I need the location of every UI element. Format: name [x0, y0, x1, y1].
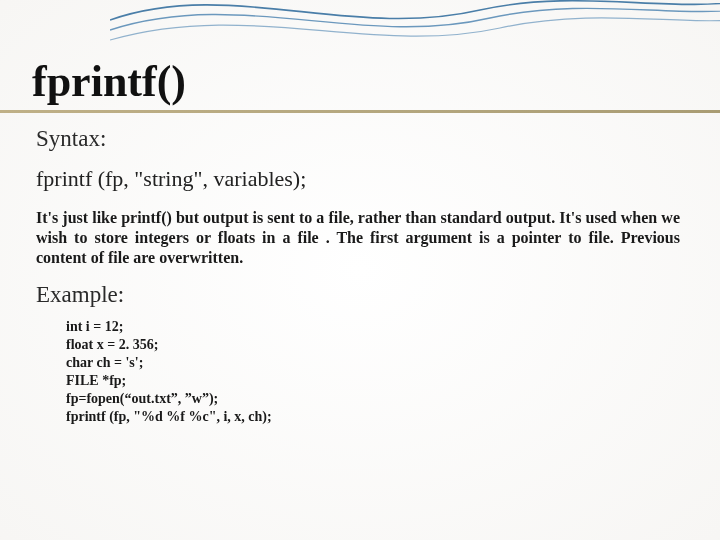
syntax-label: Syntax: — [36, 126, 680, 152]
function-signature: fprintf (fp, "string", variables); — [36, 166, 680, 192]
example-label: Example: — [36, 282, 680, 308]
content-area: Syntax: fprintf (fp, "string", variables… — [36, 120, 680, 426]
title-underline — [0, 110, 720, 113]
description-text: It's just like printf() but output is se… — [36, 208, 680, 268]
slide-title: fprintf() — [32, 56, 186, 107]
decorative-wave — [110, 0, 720, 52]
code-block: int i = 12; float x = 2. 356; char ch = … — [66, 318, 680, 425]
